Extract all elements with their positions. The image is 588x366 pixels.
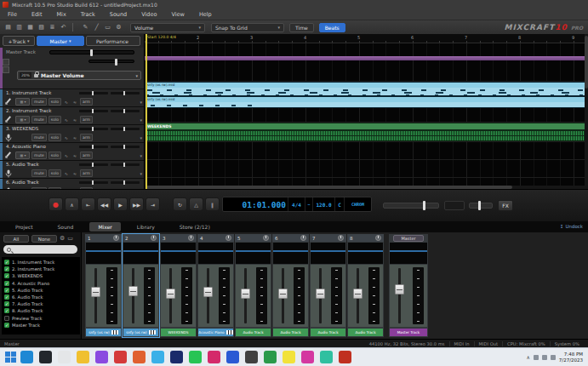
automation-icon[interactable]: ∿ (63, 134, 70, 141)
automation-icon[interactable]: ∿ (63, 98, 70, 106)
scrollbar-thumb[interactable] (585, 36, 588, 89)
taskbar-app-icon[interactable] (208, 351, 220, 363)
mixer-track-list-item[interactable]: ✓ 6. Audio Track (4, 294, 80, 300)
shield-icon[interactable] (534, 355, 539, 360)
sends-area[interactable] (348, 243, 383, 264)
lock-icon[interactable] (34, 74, 38, 77)
master-header-button[interactable]: Master (393, 235, 424, 242)
arm-button[interactable]: arm (80, 98, 93, 106)
taskbar-app-icon[interactable] (226, 351, 239, 363)
solo-button[interactable]: solo (49, 169, 61, 177)
channel-strip[interactable]: 8 Audio Track (347, 234, 384, 337)
arm-button[interactable]: arm (80, 169, 93, 177)
menu-item[interactable]: Help (199, 11, 212, 18)
menu-item[interactable]: Video (141, 11, 157, 18)
mixer-track-list-item[interactable]: Preview Track (4, 315, 80, 322)
fx-button[interactable]: FX (498, 200, 513, 211)
mixer-track-list-item[interactable]: ✓ 7. Audio Track (4, 300, 80, 307)
pan-knob[interactable] (225, 235, 231, 241)
sends-area[interactable] (198, 243, 233, 264)
menu-item[interactable]: Edit (31, 11, 43, 18)
key-display[interactable]: C (334, 197, 344, 211)
automation-icon[interactable]: ∿ (63, 152, 70, 159)
channel-strip[interactable]: 4 Acoustic Piano (197, 234, 234, 337)
playback-speed-slider[interactable] (469, 203, 493, 209)
track-checkbox[interactable]: ✓ (4, 266, 9, 272)
pan-knob[interactable] (338, 235, 344, 241)
metronome-button[interactable]: △ (189, 197, 203, 211)
undock-button[interactable]: ↕ Undock (560, 224, 583, 229)
taskbar-app-icon[interactable] (58, 351, 71, 363)
track-checkbox[interactable]: ✓ (4, 301, 9, 306)
volume-fader[interactable] (166, 289, 175, 299)
track-checkbox[interactable] (4, 316, 9, 321)
gear-icon[interactable]: ⚙ (60, 235, 65, 243)
menu-item[interactable]: View (171, 11, 184, 18)
performance[interactable]: Performance (86, 36, 140, 46)
track-volume-slider[interactable] (79, 163, 108, 166)
volume-fader[interactable] (241, 289, 250, 299)
select-none-button[interactable]: None (31, 235, 57, 243)
track-checkbox[interactable]: ✓ (4, 323, 9, 328)
project-list-icon[interactable]: ≣ (48, 23, 57, 32)
track-checkbox[interactable]: ✓ (4, 281, 9, 286)
mute-button[interactable]: mute (31, 169, 47, 177)
track-row[interactable]: 6. Audio Track ▦ ▾ mute solo ∿ (0, 179, 144, 189)
tab-store[interactable]: Store (2/12) (171, 222, 219, 232)
automation-icon[interactable]: ∿ (63, 116, 70, 123)
track-pan-slider[interactable] (111, 181, 140, 184)
channel-strip[interactable]: 5 Audio Track (235, 234, 271, 337)
go-to-start-button[interactable]: ⇤ (81, 197, 95, 211)
taskbar-app-icon[interactable] (320, 351, 333, 363)
pan-knob[interactable] (375, 235, 381, 241)
chevron-down-icon[interactable]: ▾ (140, 100, 142, 105)
mixer-track-list-item[interactable]: ✓ 8. Audio Track (4, 307, 80, 314)
go-to-end-button[interactable]: ⇥ (146, 197, 160, 211)
export-icon[interactable]: ▧ (37, 23, 46, 32)
mute-button[interactable]: mute (31, 152, 47, 159)
taskbar-app-icon[interactable] (133, 351, 146, 363)
mute-button[interactable]: mute (31, 98, 47, 106)
envelope-icon[interactable]: ≈ (71, 98, 78, 106)
chevron-down-icon[interactable]: ▾ (140, 117, 142, 123)
taskbar-app-icon[interactable] (264, 351, 277, 363)
sends-area[interactable] (236, 243, 271, 264)
open-project-icon[interactable]: ▥ (14, 23, 24, 32)
instrument-selector[interactable]: ▦ ▾ (15, 152, 30, 159)
automation-icon[interactable]: ∿ (63, 169, 70, 177)
sends-area[interactable] (390, 243, 427, 264)
save-icon[interactable]: ▦ (26, 23, 35, 32)
mixer-track-list-item[interactable]: ✓ 3. WEEKENDS (4, 272, 80, 279)
track-pan-slider[interactable] (111, 110, 140, 112)
master-channel-strip[interactable]: Master Master Track (389, 234, 428, 337)
scale-display[interactable]: CHROM (344, 197, 371, 211)
solo-button[interactable]: solo (49, 152, 61, 159)
brush-tool-icon[interactable]: ╱ (92, 23, 101, 32)
mixer-track-list-item[interactable]: ✓ 4. Acoustic Piano (4, 280, 80, 287)
volume-fader[interactable] (128, 286, 138, 296)
playhead[interactable] (146, 34, 147, 189)
menu-item[interactable]: File (8, 11, 17, 18)
pan-knob[interactable] (151, 235, 157, 241)
track-checkbox[interactable]: ✓ (4, 295, 9, 300)
audio-clip[interactable]: WEEKENDS (145, 123, 585, 141)
track-volume-slider[interactable] (79, 110, 108, 112)
track-row[interactable]: 4. Acoustic Piano ▦ ▾ mute solo (0, 143, 144, 161)
mixer-track-list-item[interactable]: ✓ Master Track (4, 322, 80, 329)
menu-item[interactable]: Mix (56, 11, 66, 18)
taskbar-app-icon[interactable] (301, 351, 314, 363)
volume-fader[interactable] (316, 289, 325, 299)
time-signature-display[interactable]: 4/4 (288, 197, 305, 211)
record-button[interactable]: ● (49, 197, 63, 211)
sends-area[interactable] (273, 243, 308, 264)
loop-button[interactable]: ↻ (173, 197, 187, 211)
mute-button[interactable]: mute (31, 116, 47, 123)
master[interactable]: Master ▾ (37, 36, 84, 46)
menu-item[interactable]: Sound (110, 11, 127, 18)
solo-button[interactable]: solo (49, 134, 61, 141)
channel-strip[interactable]: 6 Audio Track (272, 234, 309, 337)
tab-sound[interactable]: Sound (49, 222, 83, 232)
track-volume-slider[interactable] (79, 146, 108, 148)
track-row[interactable]: 1. Instrument Track ▦ ▾ mute solo (0, 89, 144, 107)
track-checkbox[interactable]: ✓ (4, 273, 9, 278)
